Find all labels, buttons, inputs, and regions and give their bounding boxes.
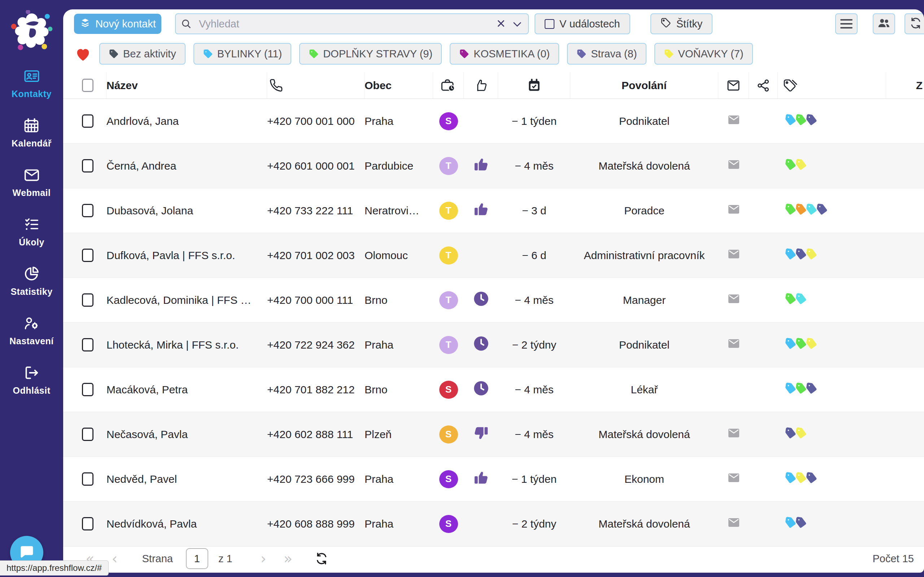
chevron-down-icon[interactable] (512, 21, 522, 29)
email-cell[interactable] (718, 203, 749, 218)
tags-button[interactable]: Štítky (650, 13, 713, 34)
sidebar-item-webmail[interactable]: Webmail (13, 167, 51, 198)
table-row[interactable]: Nedvídková, Pavla +420 608 888 999 Praha… (63, 501, 924, 546)
sidebar-item-label: Kontakty (11, 89, 52, 99)
new-contact-button[interactable]: Nový kontakt (74, 14, 161, 34)
row-checkbox[interactable] (82, 249, 94, 262)
tag-icon (795, 427, 805, 442)
row-checkbox[interactable] (82, 338, 94, 351)
email-column-icon[interactable] (718, 72, 749, 99)
sidebar-item-kontakty[interactable]: Kontakty (11, 68, 52, 99)
last-activity: − 4 měs (515, 384, 554, 396)
table-row[interactable]: Nedvěd, Pavel +420 723 666 999 Praha S −… (63, 457, 924, 501)
tag-icon (805, 472, 816, 487)
email-icon[interactable] (727, 516, 741, 532)
email-icon[interactable] (727, 337, 741, 353)
email-icon[interactable] (727, 471, 741, 487)
last-page-button[interactable]: » (284, 551, 292, 566)
table-row[interactable]: Nečasová, Pavla +420 602 888 111 Plzeň S… (63, 412, 924, 457)
table-row[interactable]: Černá, Andrea +420 601 000 001 Pardubice… (63, 143, 924, 189)
tags-column-icon[interactable] (778, 72, 886, 99)
contact-profession: Mateřská dovolená (598, 160, 690, 172)
row-checkbox[interactable] (82, 114, 94, 128)
sidebar-item-odhlasit[interactable]: Odhlásit (13, 364, 50, 396)
share-column-icon[interactable] (749, 72, 778, 99)
clear-search-icon[interactable] (495, 18, 506, 29)
menu-button[interactable] (835, 13, 858, 34)
status-column-icon[interactable] (433, 72, 464, 99)
row-checkbox[interactable] (82, 383, 94, 396)
email-cell[interactable] (718, 516, 749, 532)
row-checkbox[interactable] (82, 293, 94, 307)
contact-phone: +420 722 924 362 (267, 339, 355, 351)
column-header-label[interactable]: Z (916, 79, 922, 92)
email-icon[interactable] (727, 203, 741, 218)
row-checkbox[interactable] (82, 472, 94, 486)
select-all-checkbox[interactable] (82, 79, 94, 92)
sidebar-item-kalendar[interactable]: Kalendář (11, 117, 52, 149)
column-header-label[interactable]: Obec (364, 79, 392, 92)
last-activity: − 3 d (522, 205, 547, 217)
column-header-profession: Povolání (570, 72, 718, 99)
email-icon[interactable] (727, 292, 741, 308)
in-events-toggle[interactable]: V událostech (535, 13, 630, 34)
contact-name: Nedvěd, Pavel (106, 473, 177, 485)
filter-chip-kosmetika[interactable]: KOSMETIKA (0) (450, 43, 559, 64)
app-logo[interactable] (11, 10, 53, 52)
email-cell[interactable] (718, 471, 749, 487)
sidebar-item-statistiky[interactable]: Statistiky (10, 266, 52, 297)
email-cell[interactable] (718, 248, 749, 263)
email-cell[interactable] (718, 427, 749, 442)
tag-icon (805, 203, 816, 218)
table-row[interactable]: Dubasová, Jolana +420 733 222 111 Neratr… (63, 189, 924, 233)
contact-profession: Lékař (631, 384, 658, 396)
table-row[interactable]: Dufková, Pavla | FFS s.r.o. +420 701 002… (63, 233, 924, 278)
table-header: Název Obec Povolá (63, 72, 924, 99)
table-row[interactable]: Andrlová, Jana +420 700 001 000 Praha S … (63, 99, 924, 143)
column-header-label[interactable]: Povolání (622, 79, 667, 92)
refresh-list-icon[interactable] (315, 552, 329, 566)
filter-chip-doplnky-stravy[interactable]: DOPLŇKY STRAVY (9) (299, 43, 442, 64)
email-icon[interactable] (727, 248, 741, 263)
email-icon[interactable] (727, 113, 741, 129)
table-row[interactable]: Kadlecová, Dominika | FFS … +420 700 000… (63, 278, 924, 322)
email-cell[interactable] (718, 113, 749, 129)
column-header-label[interactable]: Název (106, 79, 138, 92)
favorites-heart-icon[interactable] (75, 46, 91, 61)
table-row[interactable]: Macáková, Petra +420 701 882 212 Brno S … (63, 367, 924, 412)
row-checkbox[interactable] (82, 204, 94, 217)
toolbar: Nový kontakt V událostech (74, 13, 924, 34)
filter-chip-bylinky[interactable]: BYLINKY (11) (194, 43, 291, 64)
phone-column-icon[interactable] (267, 72, 364, 99)
tag-icon (661, 17, 671, 31)
email-cell[interactable] (718, 292, 749, 308)
refresh-button[interactable] (905, 13, 924, 34)
thumb-up-icon (473, 201, 489, 220)
contact-city: Praha (364, 115, 393, 127)
filter-chip-strava[interactable]: Strava (8) (567, 43, 646, 64)
prev-page-button[interactable]: ‹ (111, 551, 117, 566)
email-icon[interactable] (727, 427, 741, 442)
table-row[interactable]: Lhotecká, Mirka | FFS s.r.o. +420 722 92… (63, 322, 924, 367)
email-icon[interactable] (727, 158, 741, 174)
row-checkbox[interactable] (82, 428, 94, 441)
email-cell[interactable] (718, 337, 749, 353)
sidebar-item-nastaveni[interactable]: Nastavení (10, 315, 54, 347)
search-input[interactable] (175, 13, 529, 34)
date-column-icon[interactable] (498, 72, 570, 99)
row-checkbox[interactable] (82, 517, 94, 530)
checkbox-icon (545, 19, 555, 29)
user-gear-icon (23, 315, 40, 333)
avatar: T (439, 291, 458, 309)
next-page-button[interactable]: › (261, 551, 266, 566)
reaction-column-icon[interactable] (464, 72, 498, 99)
tag-icon (576, 49, 587, 59)
sidebar-item-ukoly[interactable]: Úkoly (19, 216, 44, 248)
page-number-input[interactable] (186, 548, 208, 569)
filter-chip-vonavky[interactable]: VOŇAVKY (7) (655, 43, 753, 64)
tags-cell (778, 472, 886, 487)
filter-chip-bez-aktivity[interactable]: Bez aktivity (99, 43, 185, 64)
email-cell[interactable] (718, 158, 749, 174)
row-checkbox[interactable] (82, 159, 94, 172)
contacts-view-button[interactable] (873, 13, 895, 34)
